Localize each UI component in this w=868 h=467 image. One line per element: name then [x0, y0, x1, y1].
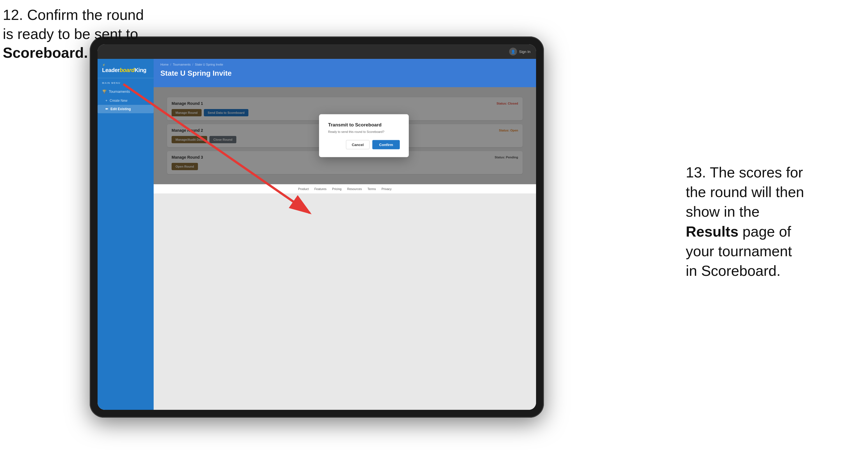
sidebar-tournaments-label: Tournaments [109, 89, 130, 94]
modal-dialog: Transmit to Scoreboard Ready to send thi… [319, 114, 409, 157]
trophy-icon: 🏆 [102, 89, 106, 94]
step-13-line1: The scores for [710, 164, 803, 181]
edit-icon: ✏ [105, 107, 108, 111]
page-title: State U Spring Invite [160, 69, 529, 77]
step-12-bold: Scoreboard. [3, 44, 88, 61]
footer-link-resources[interactable]: Resources [347, 187, 362, 191]
sidebar-edit-label: Edit Existing [111, 107, 131, 111]
modal-container: Transmit to Scoreboard Ready to send thi… [319, 114, 409, 157]
step-12-number: 12. [3, 7, 23, 23]
step-13-number: 13. [686, 164, 710, 181]
step-13-line2: the round will then [686, 184, 804, 200]
breadcrumb-current: State U Spring Invite [195, 63, 223, 66]
step-13-bold: Results [686, 223, 739, 240]
step-13-line6: in Scoreboard. [686, 263, 780, 279]
main-content: Home / Tournaments / State U Spring Invi… [154, 59, 536, 410]
footer-link-features[interactable]: Features [314, 187, 326, 191]
footer-link-privacy[interactable]: Privacy [381, 187, 392, 191]
step-13-line5: your tournament [686, 243, 792, 259]
breadcrumb: Home / Tournaments / State U Spring Invi… [160, 63, 529, 66]
main-top-bar: Home / Tournaments / State U Spring Invi… [154, 59, 536, 87]
footer-link-terms[interactable]: Terms [368, 187, 376, 191]
step-12-line2: is ready to be sent to [3, 26, 138, 42]
sidebar-create-label: Create New [110, 99, 127, 102]
sidebar-item-edit-existing[interactable]: ✏ Edit Existing [98, 105, 154, 113]
footer-link-product[interactable]: Product [298, 187, 309, 191]
sidebar-item-create-new[interactable]: + Create New [98, 96, 154, 105]
breadcrumb-home[interactable]: Home [160, 63, 168, 66]
annotation-step-12: 12. Confirm the round is ready to be sen… [3, 6, 160, 63]
breadcrumb-tournaments[interactable]: Tournaments [173, 63, 191, 66]
tablet-device: 👤 Sign In ⚡ LeaderboardKing MAIN MENU [90, 36, 544, 418]
step-13-line4: page of [742, 223, 791, 240]
sidebar-logo: ⚡ LeaderboardKing [98, 63, 154, 78]
modal-title: Transmit to Scoreboard [328, 122, 400, 128]
tablet-screen: 👤 Sign In ⚡ LeaderboardKing MAIN MENU [98, 44, 536, 410]
modal-subtitle: Ready to send this round to Scoreboard? [328, 130, 400, 133]
modal-cancel-button[interactable]: Cancel [346, 140, 370, 149]
main-content-inner: Manage Round 1 Status: Closed Manage Rou… [154, 87, 536, 184]
footer-link-pricing[interactable]: Pricing [332, 187, 342, 191]
header-user-area: 👤 Sign In [509, 48, 530, 56]
sign-in-link[interactable]: Sign In [519, 50, 530, 54]
step-12-line1: Confirm the round [27, 7, 144, 23]
modal-buttons: Cancel Confirm [328, 140, 400, 149]
avatar: 👤 [509, 48, 517, 56]
main-menu-label: MAIN MENU [98, 82, 154, 87]
sidebar: ⚡ LeaderboardKing MAIN MENU 🏆 Tournament… [98, 59, 154, 410]
plus-icon: + [105, 99, 107, 102]
step-13-line3: show in the [686, 204, 760, 220]
app-footer: Product Features Pricing Resources Terms… [154, 184, 536, 193]
modal-confirm-button[interactable]: Confirm [372, 140, 400, 149]
sidebar-item-tournaments[interactable]: 🏆 Tournaments [98, 87, 154, 96]
logo-text: LeaderboardKing [102, 67, 149, 73]
app-layout: 👤 Sign In ⚡ LeaderboardKing MAIN MENU [98, 44, 536, 410]
app-header: 👤 Sign In [98, 44, 536, 59]
app-body: ⚡ LeaderboardKing MAIN MENU 🏆 Tournament… [98, 59, 536, 410]
annotation-step-13: 13. The scores for the round will then s… [686, 163, 860, 281]
